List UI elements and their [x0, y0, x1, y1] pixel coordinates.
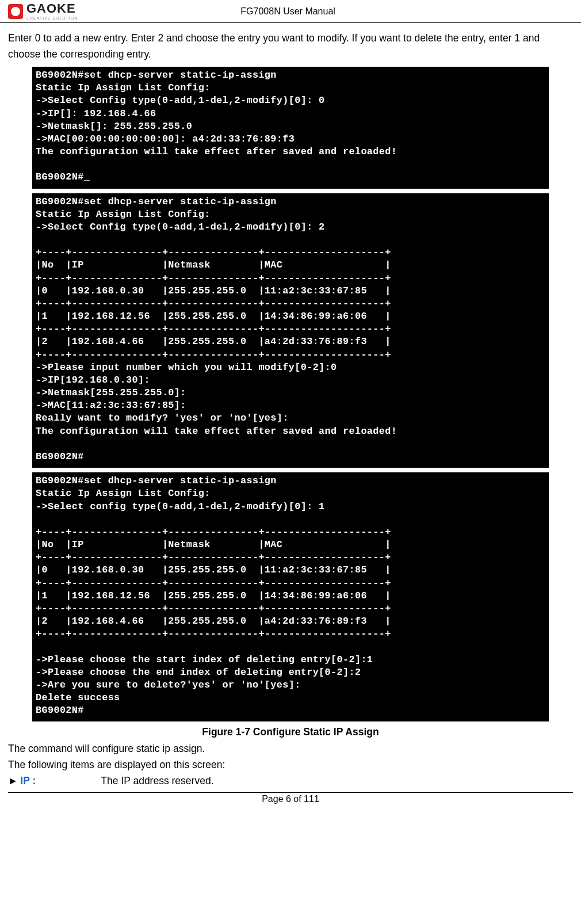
- page-footer: Page 6 of 111: [8, 792, 573, 804]
- terminal-delete: BG9002N#set dhcp-server static-ip-assign…: [32, 472, 549, 721]
- figure-caption: Figure 1-7 Configure Static IP Assign: [0, 726, 581, 738]
- page-header: GAOKE CREATIVE SOLUTION FG7008N User Man…: [0, 0, 581, 23]
- after-text-1: The command will configure static ip ass…: [0, 740, 581, 757]
- terminal-add: BG9002N#set dhcp-server static-ip-assign…: [32, 67, 549, 189]
- item-row-ip: ► IP : The IP address reserved.: [0, 773, 581, 789]
- terminal-modify: BG9002N#set dhcp-server static-ip-assign…: [32, 193, 549, 468]
- ip-description: The IP address reserved.: [101, 773, 213, 789]
- logo-icon: [8, 4, 23, 19]
- document-title: FG7008N User Manual: [78, 6, 498, 17]
- logo-text-block: GAOKE CREATIVE SOLUTION: [26, 2, 78, 20]
- logo-text: GAOKE: [26, 2, 78, 15]
- triangle-icon: ►: [8, 773, 18, 789]
- intro-paragraph: Enter 0 to add a new entry. Enter 2 and …: [0, 23, 581, 62]
- logo-block: GAOKE CREATIVE SOLUTION: [8, 2, 78, 20]
- terminal-group: BG9002N#set dhcp-server static-ip-assign…: [0, 67, 581, 721]
- after-text-2: The following items are displayed on thi…: [0, 757, 581, 773]
- ip-label: IP :: [20, 773, 101, 789]
- logo-subtext: CREATIVE SOLUTION: [26, 16, 78, 20]
